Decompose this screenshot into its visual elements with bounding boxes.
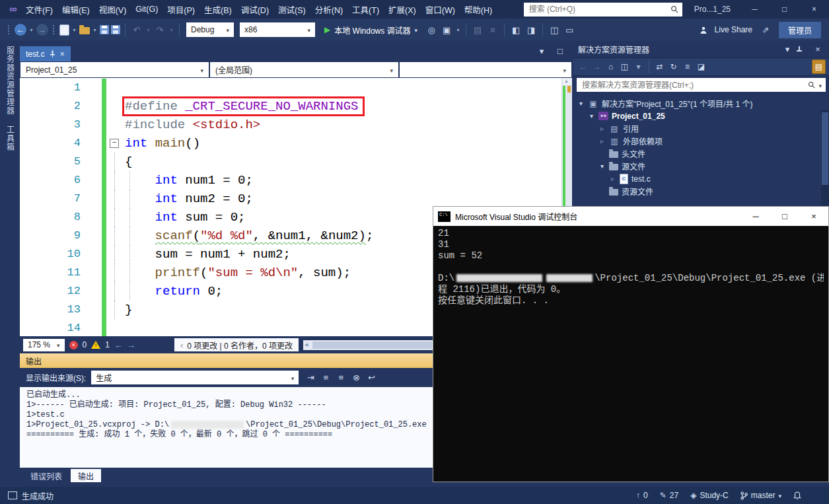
live-share-icon[interactable] — [699, 26, 708, 34]
solution-configuration-select[interactable]: Debug — [186, 22, 234, 37]
references-node[interactable]: ▹引用 — [573, 122, 829, 135]
redo-dropdown-icon[interactable]: ▾ — [168, 23, 174, 36]
code-map-icon[interactable]: ▣ — [440, 23, 453, 36]
line-structure-icon[interactable]: ≡ — [486, 23, 499, 36]
bookmark-icon[interactable]: ◧ — [509, 23, 523, 36]
nest-files-icon[interactable]: ≡ — [681, 60, 694, 73]
code-line[interactable]: 6 int num1 = 0; — [20, 171, 561, 190]
console-minimize-button[interactable]: ─ — [741, 207, 770, 226]
solution-search-box[interactable] — [577, 78, 826, 92]
sync-with-active-document-icon[interactable]: ⇄ — [653, 60, 666, 73]
open-file-dropdown-icon[interactable]: ▾ — [92, 23, 98, 36]
menu-item[interactable]: 文件(F) — [21, 1, 57, 18]
undo-dropdown-icon[interactable]: ▾ — [145, 23, 151, 36]
filter-dropdown-icon[interactable]: ▾ — [632, 60, 645, 73]
solution-search-input[interactable] — [581, 80, 805, 90]
undo-icon[interactable]: ↶ — [130, 23, 143, 36]
menu-item[interactable]: Git(G) — [131, 2, 162, 17]
repository-button[interactable]: ◈ Study-C — [690, 491, 729, 500]
word-wrap-icon[interactable]: ↩ — [365, 371, 378, 384]
quick-search-box[interactable] — [524, 3, 682, 17]
navigate-back-icon[interactable]: ← — [15, 24, 26, 36]
next-message-icon[interactable]: ≡ — [334, 371, 347, 384]
project-node[interactable]: ▾Project_01_25 — [573, 110, 829, 122]
branch-button[interactable]: master — [740, 491, 781, 500]
open-file-icon[interactable] — [79, 27, 90, 34]
tab-output[interactable]: 输出 — [71, 469, 101, 482]
maximize-button[interactable]: □ — [770, 0, 799, 18]
float-tab-icon[interactable]: □ — [554, 45, 567, 58]
menu-item[interactable]: 窗口(W) — [421, 1, 460, 18]
menu-item[interactable]: 测试(S) — [273, 1, 310, 18]
collapse-toggle-icon[interactable]: − — [110, 139, 119, 148]
source-files-node[interactable]: ▾源文件 — [573, 160, 829, 172]
refresh-icon[interactable]: ↻ — [667, 60, 680, 73]
code-line[interactable]: 3#include <stdio.h> — [20, 116, 561, 134]
forward-icon[interactable]: → — [591, 60, 603, 73]
outgoing-commits-button[interactable]: ↑ 0 — [636, 491, 648, 500]
notifications-bell-icon[interactable] — [793, 491, 801, 500]
side-tab-1[interactable]: 工具箱 — [5, 126, 16, 151]
code-line[interactable]: 4−int main() — [20, 134, 561, 153]
menu-item[interactable]: 扩展(X) — [384, 1, 421, 18]
start-debugging-button[interactable]: 本地 Windows 调试器 — [319, 22, 423, 38]
previous-message-icon[interactable]: ≡ — [319, 371, 332, 384]
quick-search-input[interactable] — [528, 4, 667, 15]
header-files-node[interactable]: 头文件 — [573, 147, 829, 160]
resource-files-node[interactable]: 资源文件 — [573, 185, 829, 198]
console-titlebar[interactable]: Microsoft Visual Studio 调试控制台 ─□× — [433, 207, 828, 226]
new-project-dropdown-icon[interactable]: ▾ — [71, 23, 77, 36]
collapse-icon[interactable]: ▹ — [609, 175, 616, 182]
code-line[interactable]: 1 — [20, 79, 561, 97]
toolbar-grip[interactable] — [7, 24, 11, 35]
tab-test-c[interactable]: test.c — [20, 46, 71, 61]
menu-item[interactable]: 视图(V) — [94, 1, 131, 18]
save-all-icon[interactable] — [111, 25, 120, 34]
collapse-icon[interactable]: ▹ — [598, 125, 606, 132]
console-output[interactable]: 2131sum = 52D:\\Project_01_25\Debug\Proj… — [433, 226, 828, 482]
warning-icon[interactable] — [91, 341, 100, 349]
type-scope-select[interactable]: (全局范围) — [210, 62, 398, 77]
home-icon[interactable]: ⌂ — [604, 60, 617, 73]
previous-issue-icon[interactable] — [114, 340, 123, 350]
menu-item[interactable]: 帮助(H) — [460, 1, 497, 18]
live-share-label[interactable]: Live Share — [715, 25, 752, 34]
goto-message-icon[interactable]: ⇥ — [304, 371, 317, 384]
collapse-icon[interactable]: ▹ — [598, 137, 606, 145]
toolbar-grip[interactable] — [52, 24, 55, 35]
scrollbar-thumb[interactable] — [822, 112, 828, 185]
pin-icon[interactable] — [796, 46, 809, 54]
save-icon[interactable] — [100, 25, 109, 34]
preview-icon[interactable]: ◪ — [695, 60, 707, 73]
expand-icon[interactable]: ▾ — [598, 162, 606, 170]
show-threads-icon[interactable]: ▤ — [471, 23, 484, 36]
test-c-node[interactable]: ▹test.c — [573, 172, 829, 185]
clear-all-icon[interactable]: ⊗ — [349, 371, 363, 384]
menu-item[interactable]: 分析(N) — [310, 1, 347, 18]
pending-edits-button[interactable]: ✎ 27 — [660, 491, 678, 500]
zoom-select[interactable]: 175 % — [23, 339, 65, 351]
code-line[interactable]: 2#define _CRT_SECURE_NO_WARNINGS — [20, 97, 561, 116]
navigate-back-dropdown-icon[interactable]: ▾ — [28, 23, 34, 36]
code-line[interactable]: 7 int num2 = 0; — [20, 190, 561, 208]
new-project-icon[interactable] — [59, 24, 69, 36]
next-issue-icon[interactable] — [127, 340, 135, 350]
toolwindow-options-icon[interactable]: ▾ — [781, 43, 794, 56]
visual-studio-logo-icon[interactable]: ∞ — [5, 3, 21, 15]
project-scope-select[interactable]: Project_01_25 — [20, 62, 209, 77]
back-icon[interactable]: ← — [577, 60, 589, 73]
side-tab-0[interactable]: 服务器资源管理器 — [5, 46, 16, 115]
show-all-files-icon[interactable]: ▤ — [812, 59, 826, 74]
scrollbar-thumb[interactable] — [312, 342, 432, 349]
redo-icon[interactable]: ↷ — [153, 23, 166, 36]
menu-item[interactable]: 项目(P) — [162, 1, 199, 18]
start-page-icon[interactable]: ▭ — [563, 23, 576, 36]
close-button[interactable]: × — [799, 0, 829, 18]
task-list-icon[interactable]: ◨ — [524, 23, 538, 36]
menu-item[interactable]: 编辑(E) — [57, 1, 94, 18]
tab-error-list[interactable]: 错误列表 — [23, 469, 69, 482]
error-icon[interactable] — [69, 341, 78, 349]
chevron-down-icon[interactable] — [818, 81, 822, 90]
member-scope-select[interactable] — [400, 62, 571, 77]
output-source-select[interactable]: 生成 — [91, 371, 299, 384]
